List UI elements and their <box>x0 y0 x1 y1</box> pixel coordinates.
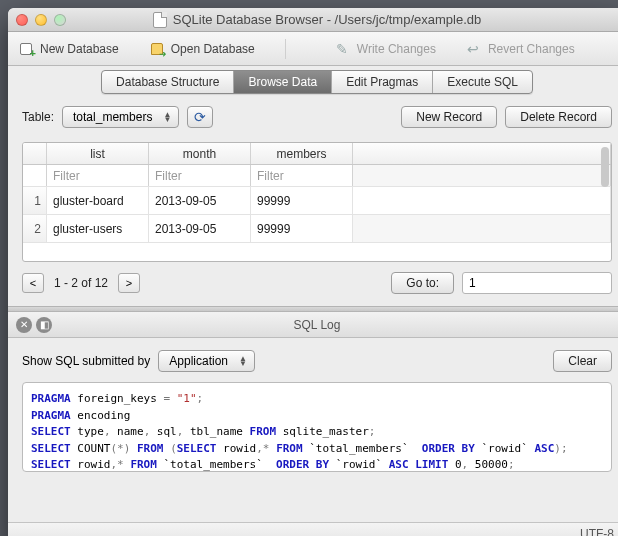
open-database-icon <box>149 41 165 57</box>
col-header-empty <box>353 143 611 164</box>
minimize-icon[interactable] <box>35 14 47 26</box>
log-header: ✕ ◧ SQL Log <box>8 312 618 338</box>
tabbar: Database Structure Browse Data Edit Prag… <box>8 66 618 94</box>
goto-input[interactable] <box>462 272 612 294</box>
window-title-text: SQLite Database Browser - /Users/jc/tmp/… <box>173 12 482 27</box>
row-number-header <box>23 143 47 164</box>
tab-sql[interactable]: Execute SQL <box>433 71 532 93</box>
goto-button[interactable]: Go to: <box>391 272 454 294</box>
close-icon[interactable] <box>16 14 28 26</box>
filter-empty <box>353 165 611 186</box>
submitter-select[interactable]: Application ▲▼ <box>158 350 255 372</box>
refresh-icon: ⟳ <box>194 109 206 125</box>
chevron-updown-icon: ▲▼ <box>160 112 174 122</box>
table-row[interactable]: 2gluster-users2013-09-0599999 <box>23 215 611 243</box>
cell-list[interactable]: gluster-users <box>47 215 149 242</box>
cell-empty <box>353 215 611 242</box>
revert-changes-label: Revert Changes <box>488 42 575 56</box>
submitter-value: Application <box>169 354 228 368</box>
write-changes-button: Write Changes <box>335 41 436 57</box>
browse-panel: Table: total_members ▲▼ ⟳ New Record Del… <box>8 94 618 302</box>
filter-rownum <box>23 165 47 186</box>
open-database-button[interactable]: Open Database <box>149 41 255 57</box>
write-changes-icon <box>335 41 351 57</box>
tab-pragmas[interactable]: Edit Pragmas <box>332 71 433 93</box>
titlebar: SQLite Database Browser - /Users/jc/tmp/… <box>8 8 618 32</box>
clear-log-button[interactable]: Clear <box>553 350 612 372</box>
app-window: SQLite Database Browser - /Users/jc/tmp/… <box>8 8 618 536</box>
col-header-month[interactable]: month <box>149 143 251 164</box>
popout-panel-button[interactable]: ◧ <box>36 317 52 333</box>
cell-empty <box>353 187 611 214</box>
delete-record-button[interactable]: Delete Record <box>505 106 612 128</box>
row-number: 2 <box>23 215 47 242</box>
cell-list[interactable]: gluster-board <box>47 187 149 214</box>
col-header-list[interactable]: list <box>47 143 149 164</box>
open-database-label: Open Database <box>171 42 255 56</box>
new-database-button[interactable]: New Database <box>18 41 119 57</box>
col-header-members[interactable]: members <box>251 143 353 164</box>
page-range: 1 - 2 of 12 <box>54 276 108 290</box>
filter-row: Filter Filter Filter <box>23 165 611 187</box>
row-number: 1 <box>23 187 47 214</box>
table-row[interactable]: 1gluster-board2013-09-0599999 <box>23 187 611 215</box>
log-title: SQL Log <box>8 318 618 332</box>
filter-month[interactable]: Filter <box>149 165 251 186</box>
log-panel: Show SQL submitted by Application ▲▼ Cle… <box>8 338 618 522</box>
window-controls <box>16 14 66 26</box>
new-database-icon <box>18 41 34 57</box>
revert-changes-button: Revert Changes <box>466 41 575 57</box>
tab-structure[interactable]: Database Structure <box>102 71 234 93</box>
close-panel-button[interactable]: ✕ <box>16 317 32 333</box>
refresh-button[interactable]: ⟳ <box>187 106 213 128</box>
filter-members[interactable]: Filter <box>251 165 353 186</box>
scrollbar[interactable] <box>601 147 609 187</box>
write-changes-label: Write Changes <box>357 42 436 56</box>
next-page-button[interactable]: > <box>118 273 140 293</box>
cell-month[interactable]: 2013-09-05 <box>149 215 251 242</box>
revert-changes-icon <box>466 41 482 57</box>
window-title: SQLite Database Browser - /Users/jc/tmp/… <box>8 12 618 28</box>
cell-members[interactable]: 99999 <box>251 215 353 242</box>
toolbar-divider <box>285 39 305 59</box>
toolbar: New Database Open Database Write Changes… <box>8 32 618 66</box>
table-select-value: total_members <box>73 110 152 124</box>
data-grid[interactable]: list month members Filter Filter Filter … <box>22 142 612 262</box>
cell-members[interactable]: 99999 <box>251 187 353 214</box>
show-sql-label: Show SQL submitted by <box>22 354 150 368</box>
encoding-label: UTF-8 <box>580 527 614 537</box>
goto-group: Go to: <box>391 272 612 294</box>
tabs: Database Structure Browse Data Edit Prag… <box>101 70 533 94</box>
tab-browse[interactable]: Browse Data <box>234 71 332 93</box>
sql-log-textarea[interactable]: PRAGMA foreign_keys = "1"; PRAGMA encodi… <box>22 382 612 472</box>
grid-header: list month members <box>23 143 611 165</box>
log-filter-row: Show SQL submitted by Application ▲▼ Cle… <box>22 350 612 372</box>
pager: < 1 - 2 of 12 > Go to: <box>22 272 612 294</box>
browse-toolbar: Table: total_members ▲▼ ⟳ New Record Del… <box>22 106 612 128</box>
new-record-button[interactable]: New Record <box>401 106 497 128</box>
document-icon <box>153 12 167 28</box>
zoom-icon[interactable] <box>54 14 66 26</box>
cell-month[interactable]: 2013-09-05 <box>149 187 251 214</box>
filter-list[interactable]: Filter <box>47 165 149 186</box>
statusbar: UTF-8 <box>8 522 618 536</box>
new-database-label: New Database <box>40 42 119 56</box>
chevron-updown-icon: ▲▼ <box>236 356 250 366</box>
table-label: Table: <box>22 110 54 124</box>
table-select[interactable]: total_members ▲▼ <box>62 106 179 128</box>
prev-page-button[interactable]: < <box>22 273 44 293</box>
